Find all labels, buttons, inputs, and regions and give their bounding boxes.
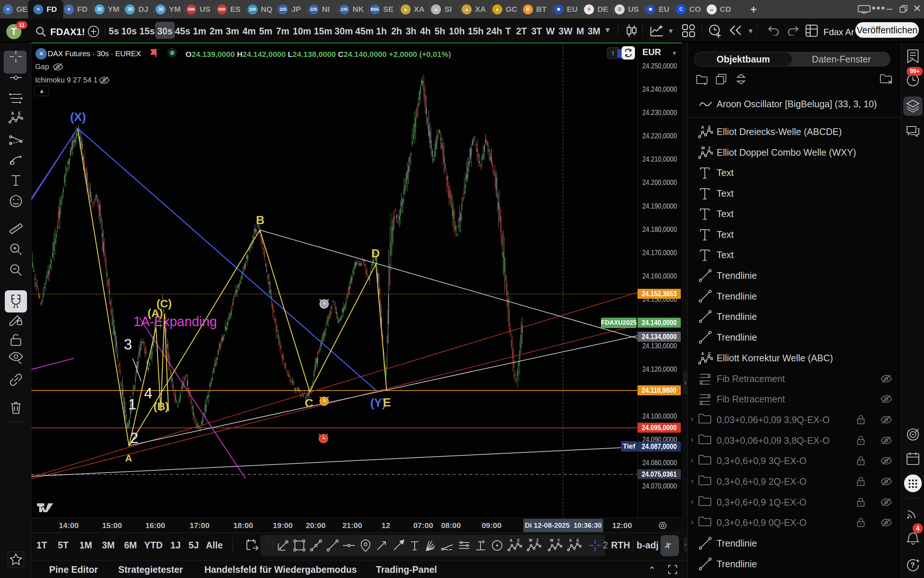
svg-text:W: W	[701, 146, 705, 150]
svg-text:E: E	[708, 125, 711, 130]
svg-text:A: A	[11, 111, 14, 115]
svg-text:1A-Expanding: 1A-Expanding	[133, 314, 217, 329]
svg-text:?: ?	[910, 561, 915, 569]
svg-text:W: W	[529, 538, 532, 542]
svg-text:E: E	[18, 111, 21, 115]
svg-text:Y: Y	[557, 538, 560, 542]
svg-text:E: E	[576, 538, 579, 542]
svg-text:W: W	[550, 538, 553, 542]
svg-text:E: E	[383, 396, 391, 409]
svg-text:2: 2	[130, 430, 138, 446]
svg-text:Z: Z	[536, 538, 539, 542]
svg-text:B: B	[256, 213, 264, 227]
svg-text:D: D	[371, 247, 380, 260]
svg-text:(C): (C)	[156, 297, 172, 310]
svg-text:1: 1	[128, 396, 136, 412]
svg-text:4: 4	[144, 385, 152, 401]
svg-text:3: 3	[124, 336, 132, 352]
svg-text:C: C	[708, 351, 711, 356]
svg-text:A: A	[125, 453, 132, 464]
svg-text:C: C	[304, 396, 313, 410]
svg-text:C: C	[517, 538, 519, 542]
svg-text:(B): (B)	[154, 400, 169, 412]
svg-text:A: A	[569, 538, 572, 542]
svg-text:Y: Y	[708, 146, 711, 150]
svg-text:(X): (X)	[70, 110, 86, 123]
svg-text:A: A	[701, 125, 704, 130]
svg-text:A: A	[510, 538, 512, 542]
svg-text:A: A	[701, 351, 704, 356]
